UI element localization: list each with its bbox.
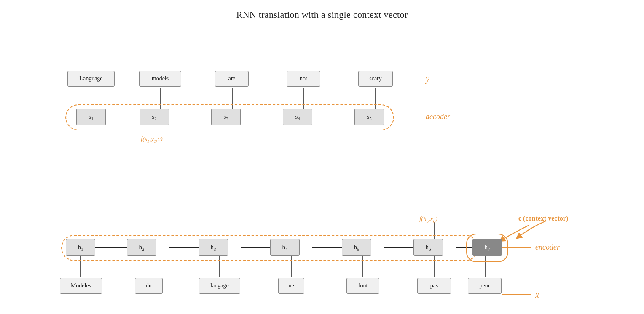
x-label: x [535, 290, 539, 300]
decoder-state-s1: s1 [76, 109, 106, 125]
decoder-word-are: are [215, 71, 249, 87]
encoder-word-peur: peur [468, 278, 502, 294]
decoder-formula: f(s1,y1,c) [141, 136, 163, 144]
decoder-word-not: not [287, 71, 320, 87]
encoder-formula: f(h5,x6) [419, 216, 437, 224]
encoder-state-h7: h7 [472, 239, 502, 256]
decoder-label: decoder [426, 112, 450, 121]
encoder-word-du: du [135, 278, 163, 294]
encoder-word-font: font [346, 278, 379, 294]
decoder-state-s3: s3 [211, 109, 241, 125]
decoder-state-s4: s4 [283, 109, 312, 125]
encoder-state-h5: h5 [342, 239, 371, 256]
connector-lines [25, 25, 619, 306]
encoder-word-ne: ne [278, 278, 304, 294]
encoder-word-langage: langage [199, 278, 240, 294]
encoder-word-pas: pas [417, 278, 451, 294]
encoder-word-modeles: Modèles [60, 278, 102, 294]
encoder-label: encoder [535, 243, 560, 252]
context-vector-label: c (context vector) [518, 215, 568, 222]
encoder-state-h2: h2 [127, 239, 156, 256]
diagram-container: s1 s2 s3 s4 s5 Language models are not s… [25, 25, 619, 306]
decoder-state-s5: s5 [354, 109, 384, 125]
decoder-word-language: Language [67, 71, 115, 87]
decoder-word-models: models [139, 71, 181, 87]
encoder-state-h1: h1 [66, 239, 95, 256]
encoder-state-h4: h4 [270, 239, 300, 256]
decoder-state-s2: s2 [140, 109, 169, 125]
decoder-word-scary: scary [358, 71, 393, 87]
encoder-state-h6: h6 [413, 239, 443, 256]
y-label: y [426, 74, 429, 84]
encoder-state-h3: h3 [199, 239, 228, 256]
page-title: RNN translation with a single context ve… [0, 0, 644, 20]
